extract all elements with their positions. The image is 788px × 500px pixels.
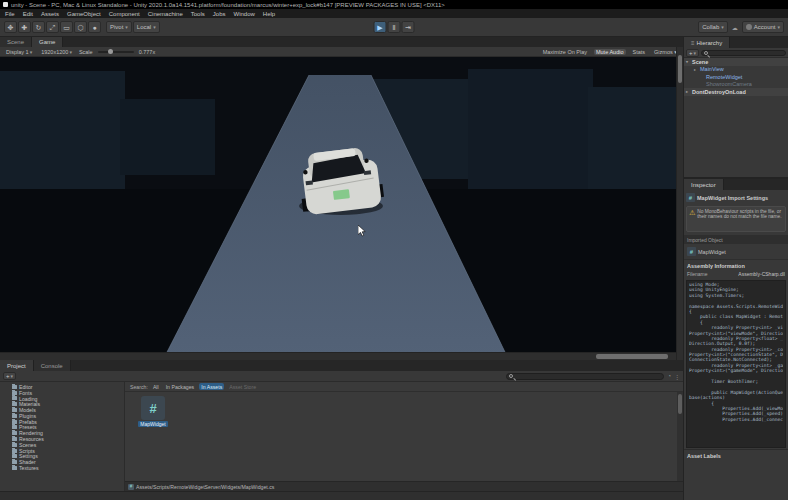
project-panel: Project Console +▾ ◔ ⋮ Editor Fonts (0, 360, 683, 491)
pivot-toggle-group: Pivot▾ Local▾ (106, 21, 160, 33)
horizontal-scrollbar[interactable] (0, 352, 676, 360)
folder-icon (12, 443, 17, 447)
vertical-scrollbar[interactable] (676, 47, 683, 360)
tab-hierarchy[interactable]: ≡Hierarchy (684, 37, 730, 48)
menu-item[interactable]: Edit (23, 11, 33, 17)
asset-item-mapwidget[interactable]: # MapWidget (135, 396, 171, 427)
tab-project[interactable]: Project (0, 360, 34, 371)
project-search-input[interactable] (506, 373, 664, 380)
menu-item[interactable]: Jobs (213, 11, 226, 17)
folder-name: Textures (19, 465, 39, 471)
pause-button[interactable]: Ⅱ (388, 21, 401, 33)
tool-button[interactable]: ✚ (18, 21, 31, 33)
game-toolbar-toggle[interactable]: Maximize On Play (541, 49, 589, 55)
menu-item[interactable]: Assets (41, 11, 59, 17)
code-line: Properties.Add(_connectionState); (689, 417, 783, 422)
tab-console[interactable]: Console (34, 360, 71, 371)
title-bar: unity - Scene - PC, Mac & Linux Standalo… (0, 0, 788, 9)
csharp-script-icon: # (141, 396, 165, 420)
transform-tools: ✥✚↻⤢▭⬡● (4, 21, 101, 33)
hierarchy-item[interactable]: ShowroomCamera (684, 81, 788, 89)
tool-button[interactable]: ⬡ (74, 21, 87, 33)
tool-button[interactable]: ↻ (32, 21, 45, 33)
hierarchy-panel: ≡Hierarchy +▾ ▾ Scene ▸ MainView RemoteW… (684, 37, 788, 177)
search-scope-button[interactable]: Asset Store (227, 383, 258, 390)
asset-grid[interactable]: # MapWidget (125, 392, 683, 481)
cloud-icon[interactable]: ☁ (732, 24, 738, 31)
hierarchy-item[interactable]: ▸ MainView (684, 66, 788, 74)
chevron-down-icon: ▾ (125, 24, 128, 30)
scale-label: Scale (79, 49, 93, 55)
game-viewport[interactable] (0, 57, 676, 352)
chevron-down-icon: ▾ (777, 24, 780, 30)
hierarchy-item[interactable]: ▸ DontDestroyOnLoad (684, 88, 788, 96)
account-dropdown[interactable]: Account▾ (742, 21, 784, 33)
status-bar (0, 491, 683, 500)
tool-button[interactable]: ▭ (60, 21, 73, 33)
hierarchy-item[interactable]: RemoteWidget (684, 73, 788, 81)
folder-row[interactable]: Textures (0, 465, 124, 471)
tool-button[interactable]: ✥ (4, 21, 17, 33)
resolution-dropdown[interactable]: 1920x1200▾ (39, 49, 74, 55)
folder-icon (12, 385, 17, 389)
create-asset-button[interactable]: +▾ (3, 372, 16, 380)
code-line: public class MapWidget : RemoteWidget (689, 314, 783, 319)
horizontal-scrollbar-thumb[interactable] (596, 354, 668, 359)
expand-arrow-icon[interactable]: ▸ (694, 67, 698, 72)
search-scope-button[interactable]: In Packages (164, 383, 197, 390)
asset-name: MapWidget (138, 421, 167, 427)
display-dropdown[interactable]: Display 1▾ (4, 49, 34, 55)
game-view-toolbar: Display 1▾ 1920x1200▾ Scale 0.777x Maxim… (0, 47, 683, 57)
search-icon (704, 51, 708, 55)
search-scope-button[interactable]: In Assets (199, 383, 224, 390)
expand-arrow-icon[interactable]: ▾ (686, 59, 690, 64)
view-tab[interactable]: Scene (0, 37, 32, 47)
collab-dropdown[interactable]: Collab▾ (698, 21, 728, 33)
menu-item[interactable]: Tools (191, 11, 205, 17)
folder-icon (12, 414, 17, 418)
view-tab[interactable]: Game (32, 37, 63, 47)
menu-item[interactable]: Component (109, 11, 140, 17)
scale-slider-thumb[interactable] (108, 49, 113, 54)
local-toggle[interactable]: Local▾ (133, 21, 160, 33)
hierarchy-search-input[interactable] (701, 50, 786, 56)
asset-grid-scrollbar-thumb[interactable] (678, 394, 682, 414)
game-toolbar-toggle[interactable]: Mute Audio (594, 49, 626, 55)
more-options-icon[interactable]: ⋮ (674, 373, 680, 380)
scale-slider[interactable] (98, 51, 134, 53)
folder-icon (12, 420, 17, 424)
create-object-button[interactable]: +▾ (686, 49, 699, 57)
menu-item[interactable]: Window (233, 11, 254, 17)
hierarchy-item[interactable]: ▾ Scene (684, 58, 788, 66)
avatar (746, 24, 752, 30)
folder-icon (12, 466, 17, 470)
pivot-toggle[interactable]: Pivot▾ (106, 21, 132, 33)
import-settings-title: MapWidget Import Settings (697, 195, 768, 201)
folder-icon (12, 460, 17, 464)
game-toolbar-toggle[interactable]: Stats (631, 49, 648, 55)
asset-labels-section[interactable]: Asset Labels (684, 449, 788, 462)
game-toolbar-toggle[interactable]: Gizmos ▾ (652, 49, 679, 55)
hidden-packages-icon[interactable]: ◔ (667, 373, 671, 379)
step-button[interactable]: ⇥ (402, 21, 415, 33)
menu-bar: FileEditAssetsGameObjectComponentCinemac… (0, 9, 788, 18)
vertical-scrollbar-thumb[interactable] (678, 55, 682, 83)
menu-item[interactable]: Help (263, 11, 275, 17)
project-toolbar: +▾ ◔ ⋮ (0, 371, 683, 382)
imported-object-row[interactable]: # MapWidget (684, 244, 788, 260)
menu-item[interactable]: GameObject (67, 11, 101, 17)
chevron-down-icon: ▾ (11, 373, 14, 379)
search-icon (509, 374, 513, 378)
hamburger-icon: ≡ (691, 40, 695, 46)
tool-button[interactable]: ⤢ (46, 21, 59, 33)
tab-inspector[interactable]: Inspector (684, 179, 724, 190)
search-scope-button[interactable]: All (151, 383, 161, 390)
play-button[interactable]: ▶ (374, 21, 387, 33)
tool-button[interactable]: ● (88, 21, 101, 33)
menu-item[interactable]: Cinemachine (148, 11, 183, 17)
menu-item[interactable]: File (5, 11, 15, 17)
unity-logo-icon (3, 2, 8, 7)
code-line: namespace Assets.Scripts.RemoteWidgets (689, 304, 783, 309)
warning-box: ⚠ No MonoBehaviour scripts in the file, … (686, 206, 786, 232)
expand-arrow-icon[interactable]: ▸ (686, 89, 690, 94)
